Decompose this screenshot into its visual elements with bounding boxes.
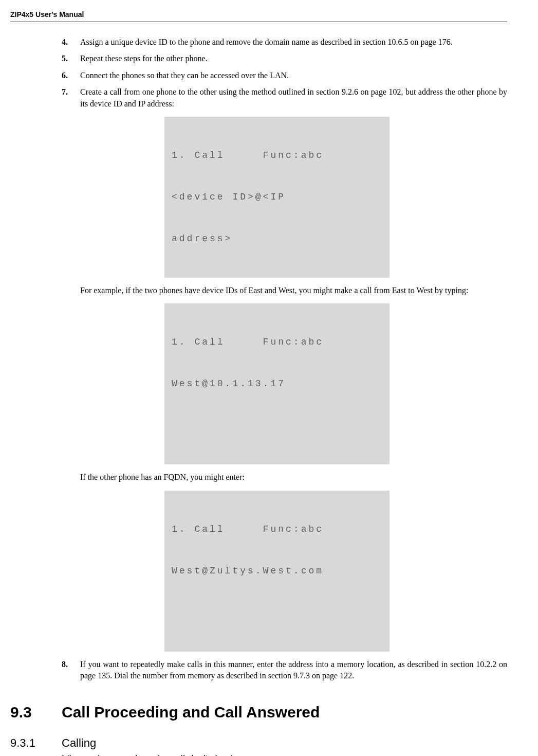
- lcd-line: 1. Call Func:abc: [172, 149, 382, 163]
- subsection-number: 9.3.1: [10, 736, 62, 750]
- list-num: 4.: [62, 37, 80, 48]
- list-item-5: 5. Repeat these steps for the other phon…: [62, 53, 507, 64]
- section-title: Call Proceeding and Call Answered: [62, 704, 320, 721]
- section-number: 9.3: [10, 704, 62, 721]
- lcd-line: [172, 606, 382, 620]
- list-body: Assign a unique device ID to the phone a…: [80, 37, 507, 48]
- lcd-line: West@Zultys.West.com: [172, 564, 382, 578]
- lcd-line: West@10.1.13.17: [172, 377, 382, 391]
- list-num: 7.: [62, 86, 80, 110]
- lcd-line: address>: [172, 232, 382, 246]
- main-content: 4. Assign a unique device ID to the phon…: [62, 37, 507, 682]
- paragraph: If the other phone has an FQDN, you migh…: [80, 472, 507, 483]
- section-heading-9-3: 9.3 Call Proceeding and Call Answered: [10, 704, 507, 721]
- list-item-4: 4. Assign a unique device ID to the phon…: [62, 37, 507, 48]
- page-header: ZIP4x5 User's Manual: [10, 10, 507, 22]
- list-item-6: 6. Connect the phones so that they can b…: [62, 70, 507, 81]
- subsection-heading-9-3-1: 9.3.1 Calling: [10, 736, 507, 750]
- lcd-display-3: 1. Call Func:abc West@Zultys.West.com: [164, 491, 389, 652]
- list-num: 8.: [62, 659, 80, 682]
- lcd-line: 1. Call Func:abc: [172, 523, 382, 536]
- lcd-display-1: 1. Call Func:abc <device ID>@<IP address…: [164, 117, 389, 278]
- paragraph: When you have started to make a call, th…: [62, 753, 507, 756]
- list-num: 5.: [62, 53, 80, 64]
- list-body: Create a call from one phone to the othe…: [80, 86, 507, 110]
- list-body: If you want to repeatedly make calls in …: [80, 659, 507, 682]
- list-item-7: 7. Create a call from one phone to the o…: [62, 86, 507, 110]
- list-body: Connect the phones so that they can be a…: [80, 70, 507, 81]
- subsection-title: Calling: [62, 736, 96, 750]
- list-item-8: 8. If you want to repeatedly make calls …: [62, 659, 507, 682]
- lcd-line: <device ID>@<IP: [172, 190, 382, 204]
- list-num: 6.: [62, 70, 80, 81]
- subsection-content: When you have started to make a call, th…: [62, 753, 507, 756]
- list-body: Repeat these steps for the other phone.: [80, 53, 507, 64]
- lcd-line: 1. Call Func:abc: [172, 335, 382, 349]
- paragraph: For example, if the two phones have devi…: [80, 285, 507, 296]
- lcd-display-2: 1. Call Func:abc West@10.1.13.17: [164, 303, 389, 464]
- lcd-line: [172, 419, 382, 433]
